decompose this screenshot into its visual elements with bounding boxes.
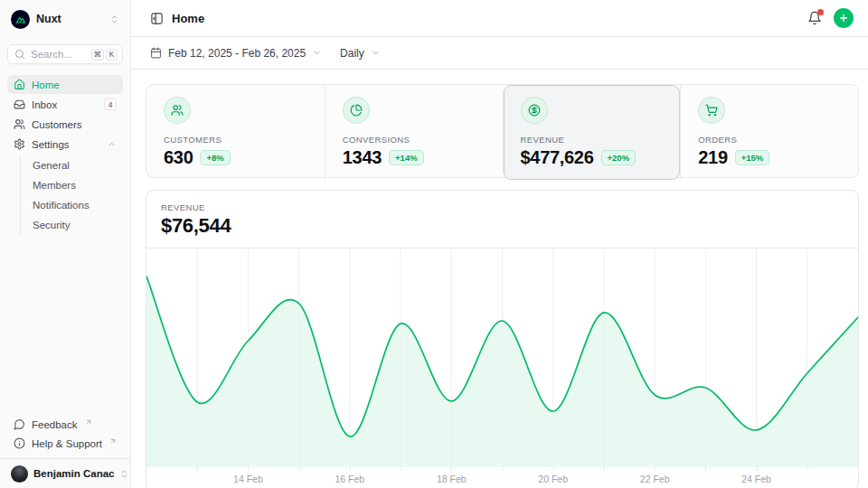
stat-delta-badge: +15%: [735, 150, 770, 165]
stat-card-customers[interactable]: CUSTOMERS 630 +8%: [146, 85, 325, 180]
x-axis-label: 22 Feb: [640, 474, 670, 484]
kbd-key: K: [106, 49, 118, 61]
sub-item-label: Security: [33, 220, 71, 230]
stats-grid: CUSTOMERS 630 +8% CONVERSIONS 1343 +14%: [146, 84, 859, 178]
sidebar-item-general[interactable]: General: [25, 155, 123, 175]
feedback-label: Feedback: [32, 419, 78, 430]
app-window: Nuxt Search... ⌘ K: [0, 0, 868, 488]
sidebar-item-settings[interactable]: Settings: [7, 135, 123, 154]
sidebar-item-notifications[interactable]: Notifications: [25, 195, 123, 215]
users-icon: [14, 118, 25, 130]
user-menu[interactable]: Benjamin Canac: [0, 458, 130, 488]
sidebar-footer: Feedback Help & Support: [0, 415, 130, 458]
pie-chart-icon: [343, 97, 370, 124]
date-range-picker[interactable]: Feb 12, 2025 - Feb 26, 2025: [150, 47, 322, 60]
search-icon: [14, 49, 25, 60]
stat-delta-badge: +8%: [200, 150, 230, 165]
users-stat-icon: [164, 97, 191, 124]
chevrons-up-down-icon: [109, 14, 119, 24]
sidebar-item-label: Inbox: [32, 99, 57, 110]
sidebar-item-home[interactable]: Home: [7, 75, 123, 94]
sidebar-item-customers[interactable]: Customers: [7, 115, 123, 134]
chevron-down-icon: [371, 48, 381, 58]
search-shortcut: ⌘ K: [91, 49, 118, 61]
external-link-icon: [109, 437, 117, 445]
sidebar-item-label: Settings: [32, 139, 70, 150]
help-support-label: Help & Support: [32, 438, 102, 449]
stat-value: 219: [698, 147, 727, 168]
sidebar-item-label: Customers: [32, 119, 82, 130]
notifications-button[interactable]: [807, 11, 822, 25]
notification-dot: [817, 9, 824, 15]
external-link-icon: [85, 418, 92, 426]
main-panel: Home Feb 12, 2025 - Feb 26, 2025: [131, 0, 868, 488]
x-axis-tick: [451, 467, 452, 471]
sub-item-label: Members: [33, 180, 76, 191]
date-range-value: Feb 12, 2025 - Feb 26, 2025: [168, 47, 306, 60]
x-axis-tick: [705, 467, 706, 471]
sidebar: Nuxt Search... ⌘ K: [0, 0, 131, 488]
x-axis-tick: [401, 467, 401, 471]
gear-icon: [14, 138, 25, 150]
sidebar-item-label: Home: [32, 80, 60, 90]
stat-label: REVENUE: [521, 135, 664, 145]
chat-bubble-icon: [14, 418, 25, 430]
x-axis-tick: [807, 467, 808, 471]
stat-card-revenue[interactable]: REVENUE $477,626 +20%: [503, 85, 681, 180]
stat-delta-badge: +20%: [601, 150, 637, 165]
x-axis-label: 20 Feb: [538, 474, 568, 484]
stat-value: 1343: [343, 147, 382, 168]
inbox-icon: [14, 99, 25, 110]
x-axis-tick: [757, 467, 758, 471]
sidebar-item-security[interactable]: Security: [25, 215, 123, 235]
sub-item-label: General: [33, 160, 70, 171]
sub-item-label: Notifications: [33, 200, 90, 211]
stat-card-orders[interactable]: ORDERS 219 +15%: [680, 85, 858, 180]
x-axis-tick: [350, 467, 351, 471]
stat-value: $477,626: [521, 147, 594, 168]
stat-card-conversions[interactable]: CONVERSIONS 1343 +14%: [325, 85, 503, 180]
chart-total-value: $76,544: [161, 214, 844, 238]
x-axis-label: 14 Feb: [233, 474, 263, 484]
help-support-link[interactable]: Help & Support: [7, 434, 123, 453]
shopping-cart-icon: [698, 97, 725, 124]
x-axis-tick: [197, 467, 198, 471]
kbd-meta: ⌘: [91, 49, 105, 61]
feedback-link[interactable]: Feedback: [7, 415, 123, 434]
dollar-circle-icon: [521, 97, 548, 124]
sidebar-item-members[interactable]: Members: [25, 175, 123, 195]
sidebar-nav: Home Inbox 4 Customers Settings: [0, 64, 130, 235]
add-button[interactable]: [834, 8, 854, 28]
stat-label: ORDERS: [698, 135, 841, 145]
search-input[interactable]: Search... ⌘ K: [7, 44, 123, 64]
revenue-area-chart[interactable]: [146, 249, 858, 467]
x-axis: 14 Feb16 Feb18 Feb20 Feb22 Feb24 Feb: [146, 467, 858, 488]
period-select[interactable]: Daily: [340, 47, 381, 60]
home-icon: [14, 79, 25, 90]
x-axis-label: 16 Feb: [335, 474, 364, 484]
settings-submenu: General Members Notifications Security: [20, 155, 123, 235]
chart-header: REVENUE $76,544: [146, 191, 858, 249]
stat-value: 630: [164, 147, 193, 168]
search-placeholder: Search...: [31, 49, 72, 60]
info-circle-icon: [14, 437, 25, 449]
page-title: Home: [172, 12, 204, 25]
calendar-icon: [150, 47, 162, 59]
workspace-switcher[interactable]: Nuxt: [7, 7, 123, 31]
user-name: Benjamin Canac: [33, 468, 114, 479]
page-header: Home: [131, 0, 868, 37]
x-axis-label: 18 Feb: [437, 474, 467, 484]
workspace-name: Nuxt: [36, 13, 61, 25]
chevron-up-icon: [107, 139, 117, 149]
chart-metric-label: REVENUE: [161, 202, 844, 212]
sidebar-collapse-button[interactable]: [150, 12, 164, 25]
chevron-down-icon: [312, 48, 322, 58]
chevrons-up-down-icon: [119, 469, 129, 479]
stat-label: CUSTOMERS: [164, 135, 307, 145]
stat-delta-badge: +14%: [389, 150, 424, 165]
sidebar-item-inbox[interactable]: Inbox 4: [7, 95, 123, 114]
stat-label: CONVERSIONS: [343, 135, 486, 145]
chart-canvas: [146, 249, 858, 467]
x-axis-tick: [604, 467, 605, 471]
x-axis-tick: [655, 467, 656, 471]
